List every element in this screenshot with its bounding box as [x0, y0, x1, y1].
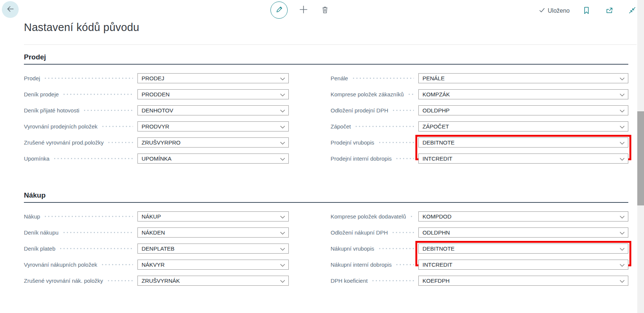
chevron-down-icon[interactable]: [280, 213, 285, 220]
combobox-odlozeni-prodejni-dph[interactable]: ODLDPHP: [418, 105, 628, 115]
chevron-down-icon[interactable]: [280, 91, 285, 97]
combobox-value: KOMPZÁK: [422, 91, 450, 97]
chevron-down-icon[interactable]: [620, 278, 625, 284]
field-vyrovnani-nakupnich-polozek: Vyrovnání nákupních položek NÁKVYR: [24, 260, 289, 270]
dotted-leader: [371, 276, 414, 286]
combobox-prodejni-vrubopis[interactable]: DEBITNOTE: [418, 137, 628, 148]
combobox-vyrovnani-prodejnich-polozek[interactable]: PRODVYR: [137, 121, 289, 131]
field-upominka: Upomínka UPOMÍNKA: [24, 154, 289, 164]
chevron-down-icon[interactable]: [620, 213, 625, 220]
dotted-leader: [410, 211, 414, 221]
bookmark-icon: [583, 6, 590, 16]
chevron-down-icon[interactable]: [620, 155, 625, 162]
combobox-denik-prijate-hotovosti[interactable]: DENHOTOV: [137, 105, 289, 115]
chevron-down-icon[interactable]: [280, 123, 285, 130]
chevron-down-icon[interactable]: [280, 261, 285, 268]
field-nakup: Nákup NÁKUP: [24, 211, 289, 221]
dotted-leader: [62, 227, 133, 238]
combobox-value: PRODDEN: [142, 91, 170, 97]
combobox-value: INTCREDIT: [422, 155, 452, 162]
field-vyrovnani-prodejnich-polozek: Vyrovnání prodejních položek PRODVYR: [24, 121, 289, 131]
combobox-value: ZRUŠVYRNÁK: [142, 278, 180, 284]
combobox-denik-nakupu[interactable]: NÁKDEN: [137, 227, 289, 238]
record-toolbar: [270, 1, 331, 19]
chevron-down-icon[interactable]: [620, 245, 625, 252]
chevron-down-icon[interactable]: [620, 261, 625, 268]
combobox-value: KOEFDPH: [422, 278, 450, 284]
section-title-prodej[interactable]: Prodej: [24, 53, 628, 65]
combobox-prodej[interactable]: PRODEJ: [137, 73, 289, 83]
chevron-down-icon[interactable]: [620, 75, 625, 81]
bookmark-button[interactable]: [580, 5, 592, 17]
chevron-down-icon[interactable]: [620, 107, 625, 114]
chevron-down-icon[interactable]: [280, 75, 285, 81]
combobox-vyrovnani-nakupnich-polozek[interactable]: NÁKVYR: [137, 260, 289, 270]
field-denik-plateb: Deník plateb DENPLATEB: [24, 244, 289, 254]
field-denik-prijate-hotovosti: Deník přijaté hotovosti DENHOTOV: [24, 105, 289, 115]
combobox-komprese-polozek-dodavatelu[interactable]: KOMPDOD: [418, 211, 628, 221]
field-label: Komprese položek zákazníků: [331, 91, 404, 97]
combobox-denik-prodeje[interactable]: PRODDEN: [137, 89, 289, 99]
field-komprese-polozek-zakazniku: Komprese položek zákazníků KOMPZÁK: [331, 89, 628, 99]
combobox-nakup[interactable]: NÁKUP: [137, 211, 289, 221]
fields-grid-nakup: Nákup NÁKUP Deník nákupu NÁKDEN: [24, 211, 628, 292]
combobox-prodejni-interni-dobropis[interactable]: INTCREDIT: [418, 154, 628, 164]
highlighted-group-prodej: Prodejní vrubopis DEBITNOTE Prodejní int…: [331, 137, 628, 164]
combobox-value: PRODEJ: [142, 75, 164, 81]
combobox-value: NÁKVYR: [142, 261, 165, 268]
field-prodejni-vrubopis: Prodejní vrubopis DEBITNOTE: [331, 137, 628, 148]
combobox-odlozeni-nakupni-dph[interactable]: ODLDPHN: [418, 227, 628, 238]
back-button[interactable]: [2, 1, 19, 18]
chevron-down-icon[interactable]: [280, 278, 285, 284]
combobox-value: UPOMÍNKA: [142, 155, 171, 162]
nakup-left-column: Nákup NÁKUP Deník nákupu NÁKDEN: [24, 211, 289, 292]
scrollbar-thumb[interactable]: [637, 111, 644, 205]
combobox-komprese-polozek-zakazniku[interactable]: KOMPZÁK: [418, 89, 628, 99]
dotted-leader: [392, 105, 414, 115]
dotted-leader: [378, 244, 414, 254]
dotted-leader: [101, 260, 133, 270]
field-label: Odložení nákupní DPH: [331, 229, 388, 236]
field-nakupni-vrubopis: Nákupní vrubopis DEBITNOTE: [331, 244, 628, 254]
title-divider: [24, 44, 637, 45]
chevron-down-icon[interactable]: [620, 139, 625, 146]
combobox-value: ZÁPOČET: [422, 123, 449, 130]
edit-button[interactable]: [270, 1, 288, 19]
combobox-denik-plateb[interactable]: DENPLATEB: [137, 244, 289, 254]
chevron-down-icon[interactable]: [280, 139, 285, 146]
field-prodej: Prodej PRODEJ: [24, 73, 289, 83]
section-nakup: Nákup Nákup NÁKUP Deník nákupu NÁKDEN: [24, 191, 628, 292]
chevron-down-icon[interactable]: [620, 123, 625, 130]
chevron-down-icon[interactable]: [620, 91, 625, 97]
combobox-nakupni-interni-dobropis[interactable]: INTCREDIT: [418, 260, 628, 270]
field-label: Vyrovnání nákupních položek: [24, 261, 97, 268]
chevron-down-icon[interactable]: [620, 229, 625, 236]
combobox-zrusene-vyrovnani-nak-polozky[interactable]: ZRUŠVYRNÁK: [137, 276, 289, 286]
combobox-zrusene-vyrovnani-prod-polozky[interactable]: ZRUŠVYRPRO: [137, 137, 289, 148]
field-penale: Penále PENÁLE: [331, 73, 628, 83]
section-prodej: Prodej Prodej PRODEJ Deník prodeje PRODD…: [24, 53, 628, 170]
dotted-leader: [391, 227, 414, 238]
field-label: Penále: [331, 75, 348, 81]
chevron-down-icon[interactable]: [280, 229, 285, 236]
open-in-new-window-button[interactable]: [603, 5, 615, 17]
collapse-icon: [628, 6, 636, 15]
field-label: Zrušené vyrovnání nák. položky: [24, 278, 103, 284]
add-button[interactable]: [297, 4, 309, 16]
combobox-nakupni-vrubopis[interactable]: DEBITNOTE: [418, 244, 628, 254]
chevron-down-icon[interactable]: [280, 245, 285, 252]
combobox-value: INTCREDIT: [422, 261, 452, 268]
combobox-dph-koeficient[interactable]: KOEFDPH: [418, 276, 628, 286]
combobox-zapocet[interactable]: ZÁPOČET: [418, 121, 628, 131]
chevron-down-icon[interactable]: [280, 107, 285, 114]
combobox-value: PENÁLE: [422, 75, 445, 81]
vertical-scrollbar[interactable]: [637, 0, 644, 313]
collapse-button[interactable]: [626, 5, 638, 17]
field-label: Prodejní vrubopis: [331, 139, 374, 146]
field-odlozeni-prodejni-dph: Odložení prodejní DPH ODLDPHP: [331, 105, 628, 115]
combobox-upominka[interactable]: UPOMÍNKA: [137, 154, 289, 164]
combobox-penale[interactable]: PENÁLE: [418, 73, 628, 83]
chevron-down-icon[interactable]: [280, 155, 285, 162]
delete-button[interactable]: [319, 4, 331, 16]
section-title-nakup[interactable]: Nákup: [24, 191, 628, 203]
